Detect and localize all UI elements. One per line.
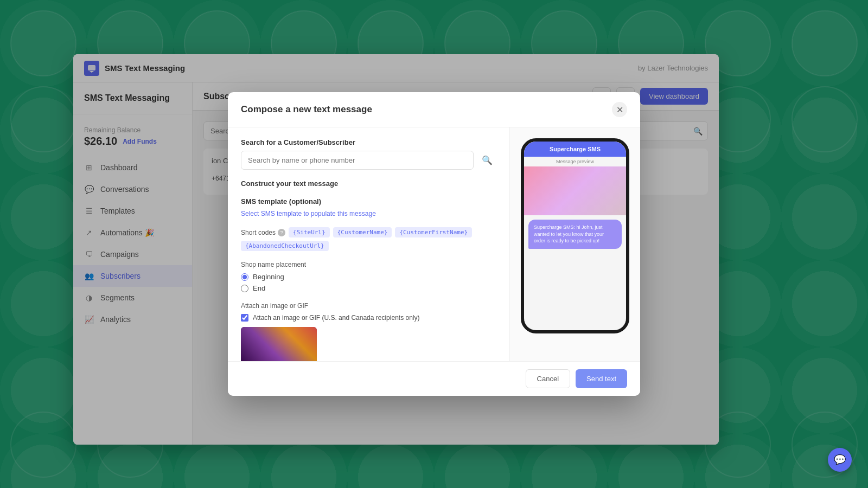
placement-end[interactable]: End bbox=[241, 284, 496, 292]
code-chip-siteurl[interactable]: {SiteUrl} bbox=[289, 227, 330, 237]
attach-section: Attach an image or GIF Attach an image o… bbox=[241, 302, 496, 361]
modal-left-panel: Search for a Customer/Subscriber 🔍 Const… bbox=[228, 127, 510, 361]
code-chip-abandonedcheckouturl[interactable]: {AbandonedCheckoutUrl} bbox=[241, 241, 329, 251]
phone-header: Supercharge SMS bbox=[524, 142, 626, 157]
placement-radio-group: Beginning End bbox=[241, 273, 496, 292]
chat-support-button[interactable]: 💬 bbox=[828, 448, 852, 472]
modal-body: Search for a Customer/Subscriber 🔍 Const… bbox=[228, 127, 640, 361]
cancel-button[interactable]: Cancel bbox=[526, 369, 570, 388]
attach-label: Attach an image or GIF bbox=[241, 302, 496, 310]
modal-right-panel: Supercharge SMS Message preview Supercha… bbox=[510, 127, 640, 361]
short-codes-row: Short codes ? {SiteUrl} {CustomerName} {… bbox=[241, 227, 496, 251]
placement-end-radio[interactable] bbox=[241, 285, 248, 292]
gif-preview-inner bbox=[241, 327, 317, 361]
short-codes-section: Short codes ? {SiteUrl} {CustomerName} {… bbox=[241, 227, 496, 251]
placement-beginning[interactable]: Beginning bbox=[241, 273, 496, 281]
phone-image bbox=[524, 166, 626, 215]
placement-beginning-radio[interactable] bbox=[241, 273, 248, 281]
send-text-button[interactable]: Send text bbox=[576, 369, 627, 388]
code-chip-customername[interactable]: {CustomerName} bbox=[333, 227, 392, 237]
phone-image-overlay bbox=[524, 166, 626, 215]
customer-search-field: 🔍 bbox=[241, 151, 496, 170]
customer-search-button[interactable]: 🔍 bbox=[478, 151, 496, 170]
compose-modal: Compose a new text message ✕ Search for … bbox=[228, 92, 640, 396]
search-customer-section: Search for a Customer/Subscriber 🔍 bbox=[241, 138, 496, 170]
phone-subheader: Message preview bbox=[524, 157, 626, 166]
modal-header: Compose a new text message ✕ bbox=[228, 92, 640, 127]
code-chip-customerfirstname[interactable]: {CustomerFirstName} bbox=[395, 227, 472, 237]
modal-overlay: Compose a new text message ✕ Search for … bbox=[0, 0, 868, 488]
template-section: SMS template (optional) Select SMS templ… bbox=[241, 197, 496, 217]
attach-checkbox-label: Attach an image or GIF (U.S. and Canada … bbox=[253, 314, 419, 322]
template-select-link[interactable]: Select SMS template to populate this mes… bbox=[241, 210, 496, 217]
customer-search-input[interactable] bbox=[241, 151, 474, 170]
attach-checkbox-row[interactable]: Attach an image or GIF (U.S. and Canada … bbox=[241, 314, 496, 322]
modal-title: Compose a new text message bbox=[241, 104, 372, 115]
construct-section: Construct your text message bbox=[241, 179, 496, 188]
attach-checkbox[interactable] bbox=[241, 314, 248, 322]
phone-preview: Supercharge SMS Message preview Supercha… bbox=[521, 138, 629, 333]
phone-bubble: Supercharge SMS: hi John, just wanted to… bbox=[528, 220, 622, 249]
placement-section: Shop name placement Beginning End bbox=[241, 261, 496, 292]
modal-footer: Cancel Send text bbox=[228, 361, 640, 396]
short-codes-label: Short codes ? bbox=[241, 229, 285, 236]
template-label: SMS template (optional) bbox=[241, 197, 496, 206]
phone-screen: Supercharge SMS Message preview Supercha… bbox=[524, 142, 626, 330]
gif-preview bbox=[241, 327, 317, 361]
placement-label: Shop name placement bbox=[241, 261, 496, 268]
info-icon: ? bbox=[278, 229, 285, 236]
construct-label: Construct your text message bbox=[241, 179, 496, 188]
search-customer-label: Search for a Customer/Subscriber bbox=[241, 138, 496, 146]
chat-support-icon: 💬 bbox=[834, 454, 846, 466]
modal-close-button[interactable]: ✕ bbox=[612, 102, 627, 117]
